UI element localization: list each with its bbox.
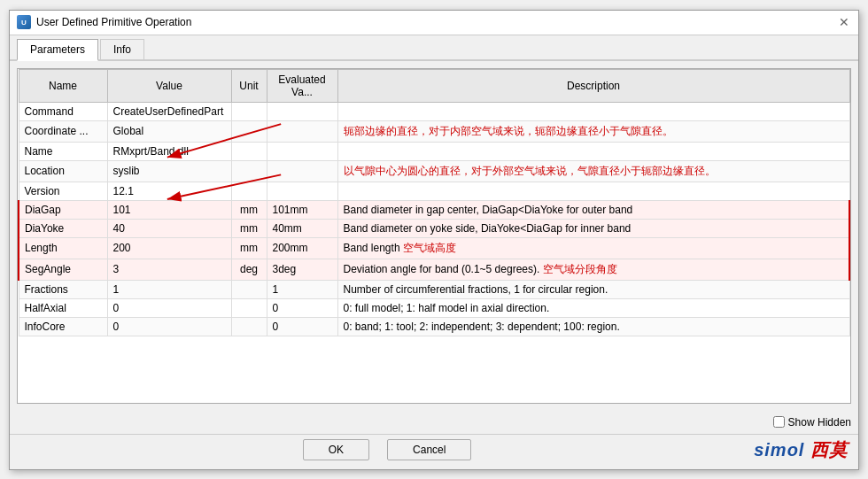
cell-description: Deviation angle for band (0.1~5 degrees)… xyxy=(337,259,849,280)
cell-value: 1 xyxy=(107,280,231,298)
cell-name: HalfAxial xyxy=(19,298,107,317)
cell-evaluated: 0 xyxy=(267,298,337,317)
table-row: SegAngle3deg3degDeviation angle for band… xyxy=(19,259,849,280)
cell-unit xyxy=(231,182,267,200)
cell-name: Coordinate ... xyxy=(19,120,107,142)
cell-description: Band length 空气域高度 xyxy=(337,237,849,259)
ok-button[interactable]: OK xyxy=(303,439,369,460)
cell-evaluated xyxy=(267,182,337,200)
cell-evaluated: 101mm xyxy=(267,200,337,219)
cell-name: InfoCore xyxy=(19,317,107,336)
table-row: DiaYoke40mm40mmBand diameter on yoke sid… xyxy=(19,219,849,237)
cell-description: Number of circumferential fractions, 1 f… xyxy=(337,280,849,298)
table-container: Name Value Unit Evaluated Va... Descript… xyxy=(17,68,851,404)
cell-evaluated: 40mm xyxy=(267,219,337,237)
cell-unit xyxy=(231,120,267,142)
cell-value: Global xyxy=(107,120,231,142)
show-hidden-container: Show Hidden xyxy=(773,416,851,429)
table-row: CommandCreateUserDefinedPart xyxy=(19,102,849,120)
cell-value: RMxprt/Band.dll xyxy=(107,142,231,160)
cell-evaluated: 1 xyxy=(267,280,337,298)
cell-unit xyxy=(231,317,267,336)
tab-bar: Parameters Info xyxy=(10,35,858,61)
cell-description: Band diameter in gap center, DiaGap<DiaY… xyxy=(337,200,849,219)
show-hidden-label: Show Hidden xyxy=(788,416,851,429)
tab-parameters[interactable]: Parameters xyxy=(17,39,98,61)
title-bar: U User Defined Primitive Operation ✕ xyxy=(10,11,858,35)
cell-evaluated xyxy=(267,160,337,182)
col-header-unit: Unit xyxy=(231,69,267,102)
cell-value: 0 xyxy=(107,298,231,317)
cell-value: 12.1 xyxy=(107,182,231,200)
cell-description: 以气隙中心为圆心的直径，对于外部空气域来说，气隙直径小于轭部边缘直径。 xyxy=(337,160,849,182)
cell-unit: deg xyxy=(231,259,267,280)
footer-area: Show Hidden xyxy=(10,411,858,434)
cell-description: 轭部边缘的直径，对于内部空气域来说，轭部边缘直径小于气隙直径。 xyxy=(337,120,849,142)
cell-name: Fractions xyxy=(19,280,107,298)
cell-evaluated xyxy=(267,102,337,120)
cell-value: 3 xyxy=(107,259,231,280)
app-icon: U xyxy=(17,15,31,29)
cell-evaluated xyxy=(267,120,337,142)
cell-description xyxy=(337,182,849,200)
cancel-button[interactable]: Cancel xyxy=(387,439,471,460)
cell-evaluated: 200mm xyxy=(267,237,337,259)
cell-unit xyxy=(231,160,267,182)
table-row: Coordinate ...Global轭部边缘的直径，对于内部空气域来说，轭部… xyxy=(19,120,849,142)
title-bar-left: U User Defined Primitive Operation xyxy=(17,15,191,29)
brand-logo: simol 西莫 xyxy=(754,438,848,462)
cell-unit xyxy=(231,298,267,317)
table-row: HalfAxial000: full model; 1: half model … xyxy=(19,298,849,317)
cell-name: Location xyxy=(19,160,107,182)
window-title: User Defined Primitive Operation xyxy=(36,16,191,28)
cell-evaluated xyxy=(267,142,337,160)
cell-description xyxy=(337,142,849,160)
cell-name: DiaGap xyxy=(19,200,107,219)
cell-name: Version xyxy=(19,182,107,200)
main-window: U User Defined Primitive Operation ✕ Par… xyxy=(9,10,859,470)
cell-evaluated: 0 xyxy=(267,317,337,336)
cell-unit: mm xyxy=(231,200,267,219)
cell-description: 0: full model; 1: half model in axial di… xyxy=(337,298,849,317)
content-area: Name Value Unit Evaluated Va... Descript… xyxy=(10,61,858,411)
cell-name: DiaYoke xyxy=(19,219,107,237)
table-row: Fractions11Number of circumferential fra… xyxy=(19,280,849,298)
cell-value: 40 xyxy=(107,219,231,237)
cell-name: SegAngle xyxy=(19,259,107,280)
cell-name: Length xyxy=(19,237,107,259)
cell-unit: mm xyxy=(231,219,267,237)
cell-value: syslib xyxy=(107,160,231,182)
cell-value: 0 xyxy=(107,317,231,336)
tab-info[interactable]: Info xyxy=(100,39,144,59)
cell-value: 101 xyxy=(107,200,231,219)
cell-value: CreateUserDefinedPart xyxy=(107,102,231,120)
table-row: InfoCore000: band; 1: tool; 2: independe… xyxy=(19,317,849,336)
cell-unit xyxy=(231,102,267,120)
table-row: Length200mm200mmBand length 空气域高度 xyxy=(19,237,849,259)
cell-name: Command xyxy=(19,102,107,120)
table-row: Locationsyslib以气隙中心为圆心的直径，对于外部空气域来说，气隙直径… xyxy=(19,160,849,182)
cell-description: 0: band; 1: tool; 2: independent; 3: dep… xyxy=(337,317,849,336)
show-hidden-checkbox[interactable] xyxy=(773,416,785,428)
col-header-name: Name xyxy=(19,69,107,102)
close-button[interactable]: ✕ xyxy=(837,15,851,29)
col-header-description: Description xyxy=(337,69,849,102)
cell-unit: mm xyxy=(231,237,267,259)
parameters-table: Name Value Unit Evaluated Va... Descript… xyxy=(18,69,850,336)
cell-description xyxy=(337,102,849,120)
cell-evaluated: 3deg xyxy=(267,259,337,280)
table-row: Version12.1 xyxy=(19,182,849,200)
cell-unit xyxy=(231,280,267,298)
table-row: NameRMxprt/Band.dll xyxy=(19,142,849,160)
cell-unit xyxy=(231,142,267,160)
col-header-evaluated: Evaluated Va... xyxy=(267,69,337,102)
cell-value: 200 xyxy=(107,237,231,259)
table-row: DiaGap101mm101mmBand diameter in gap cen… xyxy=(19,200,849,219)
cell-description: Band diameter on yoke side, DiaYoke<DiaG… xyxy=(337,219,849,237)
col-header-value: Value xyxy=(107,69,231,102)
cell-name: Name xyxy=(19,142,107,160)
